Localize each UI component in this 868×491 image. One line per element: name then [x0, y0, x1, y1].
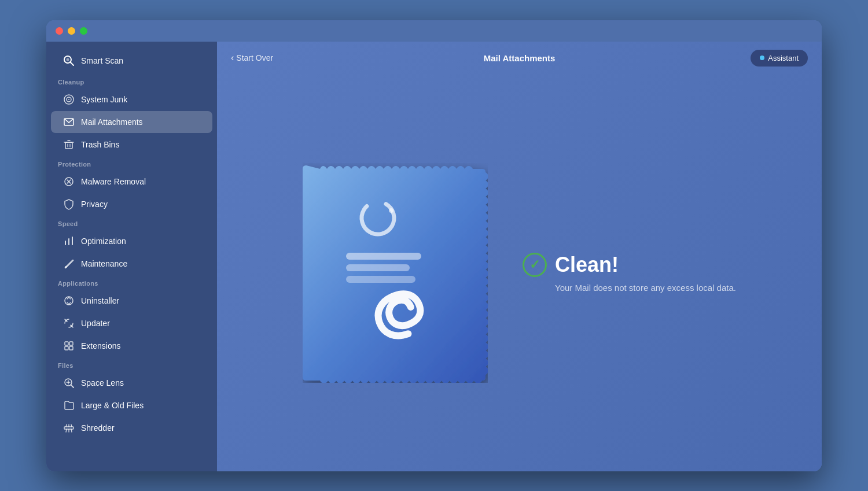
uninstaller-label: Uninstaller: [81, 296, 119, 305]
back-button-label: Start Over: [236, 53, 273, 62]
privacy-icon: [62, 198, 75, 211]
extensions-icon: [62, 339, 75, 352]
assistant-dot-icon: [760, 56, 764, 60]
large-old-files-icon: [62, 399, 75, 412]
space-lens-icon: [62, 376, 75, 389]
svg-point-5: [68, 99, 69, 100]
check-circle-icon: ✓: [523, 253, 547, 277]
svg-point-2: [67, 58, 69, 61]
clean-label: Clean!: [555, 253, 619, 277]
sidebar-item-shredder[interactable]: Shredder: [51, 417, 212, 439]
traffic-lights: [56, 27, 87, 35]
svg-point-19: [65, 297, 73, 305]
smart-scan-label: Smart Scan: [81, 56, 123, 65]
header-right: Assistant: [751, 50, 808, 67]
svg-rect-38: [346, 264, 410, 271]
mail-attachments-label: Mail Attachments: [81, 117, 143, 127]
svg-line-1: [71, 62, 74, 65]
optimization-icon: [62, 235, 75, 248]
section-label-protection: Protection: [46, 156, 217, 170]
section-label-speed: Speed: [46, 216, 217, 230]
back-arrow-icon: ‹: [231, 53, 234, 63]
svg-rect-22: [65, 346, 68, 350]
svg-rect-20: [65, 342, 68, 345]
minimize-button[interactable]: [68, 27, 75, 35]
result-box: ✓ Clean! Your Mail does not store any ex…: [523, 253, 736, 293]
sidebar: Smart Scan Cleanup System Junk: [46, 42, 217, 471]
svg-point-36: [389, 208, 393, 213]
assistant-button[interactable]: Assistant: [751, 50, 808, 67]
system-junk-icon: [62, 93, 75, 106]
main-header: ‹ Start Over Mail Attachments Assistant: [217, 42, 822, 75]
svg-rect-23: [69, 346, 73, 350]
trash-bins-label: Trash Bins: [81, 140, 119, 149]
back-button[interactable]: ‹ Start Over: [231, 53, 273, 63]
svg-line-25: [71, 385, 74, 387]
svg-line-29: [66, 429, 67, 432]
sidebar-item-large-old-files[interactable]: Large & Old Files: [51, 394, 212, 416]
smart-scan-icon: [62, 54, 75, 67]
section-label-cleanup: Cleanup: [46, 74, 217, 88]
page-title: Mail Attachments: [484, 53, 556, 63]
stamp-svg: [303, 163, 488, 383]
sidebar-item-system-junk[interactable]: System Junk: [51, 88, 212, 110]
system-junk-label: System Junk: [81, 95, 127, 104]
titlebar: [46, 20, 822, 42]
malware-removal-icon: [62, 175, 75, 188]
sidebar-item-smart-scan[interactable]: Smart Scan: [51, 49, 212, 73]
sidebar-item-extensions[interactable]: Extensions: [51, 335, 212, 357]
space-lens-label: Space Lens: [81, 378, 124, 387]
section-label-files: Files: [46, 357, 217, 371]
sidebar-item-privacy[interactable]: Privacy: [51, 193, 212, 215]
sidebar-item-space-lens[interactable]: Space Lens: [51, 372, 212, 394]
content-wrapper: ✓ Clean! Your Mail does not store any ex…: [217, 75, 822, 471]
privacy-label: Privacy: [81, 200, 108, 209]
uninstaller-icon: [62, 294, 75, 307]
sidebar-item-maintenance[interactable]: Maintenance: [51, 253, 212, 275]
extensions-label: Extensions: [81, 341, 120, 350]
mail-attachments-illustration: [303, 163, 488, 383]
shredder-icon: [62, 422, 75, 434]
main-area: ‹ Start Over Mail Attachments Assistant: [217, 42, 822, 471]
sidebar-item-optimization[interactable]: Optimization: [51, 230, 212, 252]
maintenance-icon: [62, 257, 75, 270]
app-window: Smart Scan Cleanup System Junk: [46, 20, 822, 471]
optimization-label: Optimization: [81, 237, 126, 246]
mail-attachments-icon: [62, 116, 75, 128]
svg-line-31: [71, 429, 72, 432]
sidebar-item-uninstaller[interactable]: Uninstaller: [51, 290, 212, 312]
sidebar-item-malware-removal[interactable]: Malware Removal: [51, 171, 212, 193]
updater-icon: [62, 317, 75, 330]
updater-label: Updater: [81, 319, 110, 328]
svg-rect-7: [65, 142, 72, 149]
svg-rect-39: [346, 276, 415, 283]
trash-bins-icon: [62, 138, 75, 151]
sidebar-item-trash-bins[interactable]: Trash Bins: [51, 134, 212, 156]
clean-status-row: ✓ Clean!: [523, 253, 619, 277]
close-button[interactable]: [56, 27, 63, 35]
check-icon: ✓: [529, 257, 540, 272]
sidebar-item-mail-attachments[interactable]: Mail Attachments: [51, 111, 212, 133]
shredder-label: Shredder: [81, 423, 115, 433]
malware-removal-label: Malware Removal: [81, 177, 146, 186]
sidebar-item-updater[interactable]: Updater: [51, 312, 212, 334]
assistant-label: Assistant: [768, 54, 799, 62]
main-content: ✓ Clean! Your Mail does not store any ex…: [217, 75, 822, 471]
svg-point-18: [65, 266, 67, 268]
maximize-button[interactable]: [80, 27, 87, 35]
maintenance-label: Maintenance: [81, 259, 127, 268]
clean-description: Your Mail does not store any excess loca…: [555, 283, 736, 293]
svg-rect-37: [346, 253, 421, 260]
svg-rect-21: [69, 342, 73, 345]
content-area: Smart Scan Cleanup System Junk: [46, 42, 822, 471]
large-old-files-label: Large & Old Files: [81, 401, 144, 410]
section-label-applications: Applications: [46, 275, 217, 289]
